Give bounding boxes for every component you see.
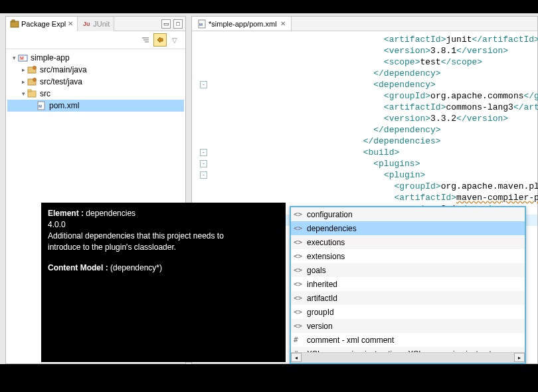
editor-tab-title: *simple-app/pom.xml bbox=[209, 20, 277, 28]
code-line[interactable]: <groupId>org.apache.commons</groupId> bbox=[197, 90, 537, 102]
code-line[interactable]: <build> bbox=[197, 147, 537, 158]
folder-icon bbox=[27, 88, 38, 99]
autocomplete-item[interactable]: <>version bbox=[291, 319, 525, 333]
xml-element-icon: <> bbox=[294, 252, 304, 260]
xml-element-icon: <> bbox=[294, 322, 304, 330]
xml-element-icon: # bbox=[294, 349, 304, 352]
scroll-right-button[interactable]: ▸ bbox=[514, 353, 525, 362]
autocomplete-item[interactable]: <>artifactId bbox=[291, 291, 525, 305]
tree-src-test-java[interactable]: ▸ src/test/java bbox=[7, 76, 184, 88]
autocomplete-item[interactable]: <>extensions bbox=[291, 249, 525, 263]
code-line[interactable]: <version>3.3.2</version> bbox=[197, 113, 537, 124]
tab-close-icon[interactable]: ✕ bbox=[279, 20, 286, 27]
svg-text:M: M bbox=[199, 23, 203, 27]
tab-junit[interactable]: Ju JUnit bbox=[78, 17, 114, 31]
svg-rect-1 bbox=[12, 20, 15, 22]
autocomplete-label: dependencies bbox=[307, 224, 357, 233]
tooltip-desc-1: Additional dependencies that this projec… bbox=[48, 231, 279, 242]
tree-label: src/main/java bbox=[40, 65, 87, 74]
autocomplete-label: goals bbox=[307, 266, 326, 275]
tree-label: src/test/java bbox=[40, 77, 82, 86]
code-line[interactable]: <artifactId>maven-compiler-plugin</artif… bbox=[197, 192, 537, 203]
link-editor-button[interactable] bbox=[153, 33, 167, 47]
autocomplete-item[interactable]: <>groupId bbox=[291, 305, 525, 319]
minimize-view-button[interactable]: ▭ bbox=[161, 19, 171, 29]
svg-point-5 bbox=[33, 66, 37, 70]
autocomplete-item[interactable]: <>configuration bbox=[291, 207, 525, 221]
tree-label: pom.xml bbox=[49, 101, 79, 110]
package-explorer-icon bbox=[10, 19, 19, 29]
xml-editor[interactable]: <artifactId>junit</artifactId> <version>… bbox=[192, 31, 537, 229]
editor-tab-pom[interactable]: M *simple-app/pom.xml ✕ bbox=[192, 17, 292, 31]
autocomplete-item[interactable]: <>goals bbox=[291, 263, 525, 277]
editor-tab-bar: M *simple-app/pom.xml ✕ bbox=[192, 17, 537, 31]
tree-project-root[interactable]: ▾ M simple-app bbox=[7, 52, 184, 64]
autocomplete-list[interactable]: <>configuration<>dependencies<>execution… bbox=[291, 207, 525, 352]
tree-src-main-java[interactable]: ▸ src/main/java bbox=[7, 64, 184, 76]
autocomplete-item[interactable]: #XSL processing instruction - XSL proces… bbox=[291, 347, 525, 352]
code-line[interactable]: </dependency> bbox=[197, 124, 537, 136]
autocomplete-label: version bbox=[307, 322, 333, 331]
expand-arrow-icon[interactable]: ▸ bbox=[19, 66, 27, 73]
left-tab-bar: Package Expl ✕ Ju JUnit ▭ □ bbox=[6, 17, 185, 31]
xml-element-icon: <> bbox=[294, 210, 304, 219]
xml-element-icon: <> bbox=[294, 294, 304, 302]
autocomplete-item[interactable]: <>executions bbox=[291, 235, 525, 249]
autocomplete-item[interactable]: <>dependencies bbox=[291, 221, 525, 235]
package-folder-icon bbox=[27, 76, 38, 87]
tree-label: src bbox=[40, 89, 50, 98]
expand-arrow-icon[interactable]: ▸ bbox=[19, 78, 27, 85]
svg-text:M: M bbox=[39, 104, 42, 108]
code-line[interactable]: <version>3.8.1</version> bbox=[197, 45, 537, 56]
xml-file-icon: M bbox=[37, 100, 47, 111]
tab-package-explorer[interactable]: Package Expl ✕ bbox=[6, 17, 78, 31]
junit-icon: Ju bbox=[82, 19, 91, 29]
tree-label: simple-app bbox=[31, 53, 70, 62]
expand-arrow-icon[interactable]: ▾ bbox=[10, 54, 18, 61]
tooltip-element-name: dependencies bbox=[86, 209, 135, 218]
tab-label: JUnit bbox=[93, 20, 110, 28]
tree-pom-xml[interactable]: M pom.xml bbox=[7, 100, 184, 112]
autocomplete-item[interactable]: #comment - xml comment bbox=[291, 333, 525, 347]
tooltip-model-label: Content Model : bbox=[48, 263, 110, 272]
autocomplete-label: inherited bbox=[307, 280, 337, 289]
maximize-view-button[interactable]: □ bbox=[173, 19, 183, 29]
fold-toggle-icon[interactable]: - bbox=[200, 171, 207, 179]
xml-element-icon: # bbox=[294, 336, 304, 344]
code-line[interactable]: <artifactId>junit</artifactId> bbox=[197, 34, 537, 45]
code-line[interactable]: </dependencies> bbox=[197, 136, 537, 147]
package-folder-icon bbox=[27, 64, 38, 75]
code-line[interactable]: <dependency> bbox=[197, 79, 537, 90]
code-line[interactable]: <plugin> bbox=[197, 169, 537, 181]
fold-toggle-icon[interactable]: - bbox=[200, 160, 207, 167]
autocomplete-label: groupId bbox=[307, 308, 334, 317]
fold-toggle-icon[interactable]: - bbox=[200, 81, 207, 88]
autocomplete-label: comment - xml comment bbox=[307, 336, 394, 345]
expand-arrow-icon[interactable]: ▾ bbox=[19, 90, 27, 97]
xml-element-icon: <> bbox=[294, 224, 304, 233]
tab-close-icon[interactable]: ✕ bbox=[68, 20, 73, 27]
code-line[interactable]: <scope>test</scope> bbox=[197, 56, 537, 68]
code-line[interactable]: <plugins> bbox=[197, 158, 537, 169]
tooltip-version: 4.0.0 bbox=[48, 219, 279, 231]
code-line[interactable]: </dependency> bbox=[197, 68, 537, 79]
tab-label: Package Expl bbox=[21, 20, 66, 28]
autocomplete-item[interactable]: <>inherited bbox=[291, 277, 525, 291]
code-line[interactable]: <groupId>org.apache.maven.plugins</group… bbox=[197, 181, 537, 192]
scroll-track[interactable] bbox=[302, 353, 514, 363]
svg-point-7 bbox=[33, 78, 37, 82]
code-line[interactable]: <artifactId>commons-lang3</artifactId> bbox=[197, 102, 537, 113]
collapse-all-button[interactable] bbox=[139, 33, 152, 47]
autocomplete-hscrollbar[interactable]: ◂ ▸ bbox=[291, 352, 525, 363]
svg-rect-9 bbox=[28, 90, 31, 92]
svg-text:M: M bbox=[20, 56, 24, 60]
scroll-left-button[interactable]: ◂ bbox=[291, 353, 302, 362]
view-menu-button[interactable]: ▽ bbox=[168, 33, 181, 47]
xml-hover-tooltip: Element : dependencies 4.0.0 Additional … bbox=[41, 203, 286, 362]
autocomplete-label: XSL processing instruction - XSL process… bbox=[307, 349, 492, 353]
autocomplete-label: executions bbox=[307, 238, 345, 247]
xml-file-icon: M bbox=[197, 19, 207, 29]
autocomplete-label: configuration bbox=[307, 210, 353, 219]
tree-src-folder[interactable]: ▾ src bbox=[7, 88, 184, 100]
fold-toggle-icon[interactable]: - bbox=[200, 149, 207, 156]
